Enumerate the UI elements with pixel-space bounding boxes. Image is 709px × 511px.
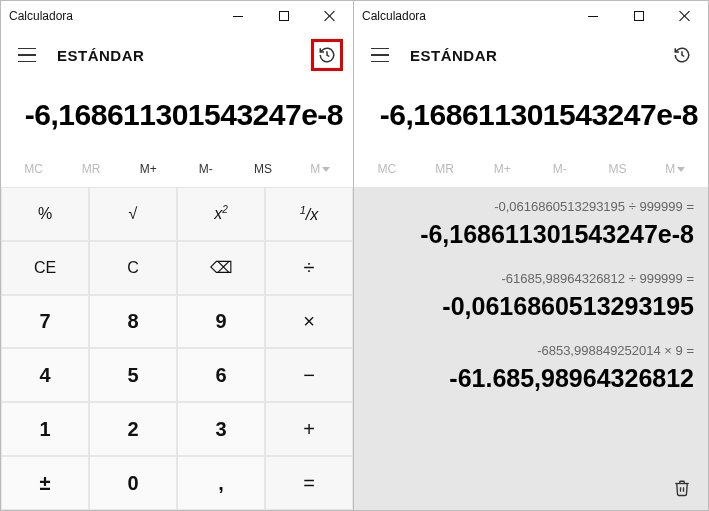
history-icon: [318, 46, 336, 64]
keypad: % √ x2 1/x CE C ⌫ ÷ 7 8 9 × 4 5 6 − 1 2 …: [1, 187, 353, 510]
history-button[interactable]: [666, 39, 698, 71]
memory-recall[interactable]: MR: [416, 162, 474, 176]
minimize-button[interactable]: [570, 1, 616, 31]
maximize-icon: [634, 11, 644, 21]
calculator-right: Calculadora ESTÁNDAR -6,168611301543247e…: [354, 0, 709, 511]
sqrt-key[interactable]: √: [90, 188, 176, 240]
key-9[interactable]: 9: [178, 296, 264, 348]
history-entry[interactable]: -6853,998849252014 × 9 = -61.685,9896432…: [368, 343, 694, 393]
maximize-button[interactable]: [616, 1, 662, 31]
window-controls: [570, 1, 708, 31]
close-button[interactable]: [307, 1, 353, 31]
key-7[interactable]: 7: [2, 296, 88, 348]
maximize-icon: [279, 11, 289, 21]
calculator-left: Calculadora ESTÁNDAR -6,168611301543247e…: [0, 0, 354, 511]
memory-store[interactable]: MS: [589, 162, 647, 176]
display-value: -6,168611301543247e-8: [25, 98, 343, 132]
memory-minus[interactable]: M-: [531, 162, 589, 176]
key-5[interactable]: 5: [90, 349, 176, 401]
reciprocal-label: 1/x: [300, 204, 319, 224]
key-2[interactable]: 2: [90, 403, 176, 455]
close-icon: [324, 10, 336, 22]
memory-clear[interactable]: MC: [358, 162, 416, 176]
close-icon: [679, 10, 691, 22]
minimize-icon: [588, 16, 598, 17]
memory-plus[interactable]: M+: [473, 162, 531, 176]
display: -6,168611301543247e-8: [354, 79, 708, 151]
window-title: Calculadora: [9, 9, 73, 23]
display-value: -6,168611301543247e-8: [380, 98, 698, 132]
multiply-key[interactable]: ×: [266, 296, 352, 348]
memory-row: MC MR M+ M- MS M: [354, 151, 708, 187]
window-controls: [215, 1, 353, 31]
window-title: Calculadora: [362, 9, 426, 23]
display: -6,168611301543247e-8: [1, 79, 353, 151]
square-key[interactable]: x2: [178, 188, 264, 240]
maximize-button[interactable]: [261, 1, 307, 31]
minimize-icon: [233, 16, 243, 17]
memory-store[interactable]: MS: [234, 162, 291, 176]
reciprocal-key[interactable]: 1/x: [266, 188, 352, 240]
key-0[interactable]: 0: [90, 457, 176, 509]
trash-icon: [673, 478, 691, 498]
key-3[interactable]: 3: [178, 403, 264, 455]
history-area: -0,0616860513293195 ÷ 999999 = -6,168611…: [354, 187, 708, 510]
key-8[interactable]: 8: [90, 296, 176, 348]
memory-plus[interactable]: M+: [120, 162, 177, 176]
ce-key[interactable]: CE: [2, 242, 88, 294]
history-icon: [673, 46, 691, 64]
memory-dropdown[interactable]: M: [292, 162, 349, 176]
close-button[interactable]: [662, 1, 708, 31]
backspace-key[interactable]: ⌫: [178, 242, 264, 294]
header: ESTÁNDAR: [1, 31, 353, 79]
decimal-key[interactable]: ,: [178, 457, 264, 509]
clear-history-button[interactable]: [670, 476, 694, 500]
history-expression: -6853,998849252014 × 9 =: [368, 343, 694, 358]
memory-clear[interactable]: MC: [5, 162, 62, 176]
memory-dropdown[interactable]: M: [646, 162, 704, 176]
subtract-key[interactable]: −: [266, 349, 352, 401]
equals-key[interactable]: =: [266, 457, 352, 509]
history-entry[interactable]: -0,0616860513293195 ÷ 999999 = -6,168611…: [368, 199, 694, 249]
memory-minus[interactable]: M-: [177, 162, 234, 176]
negate-key[interactable]: ±: [2, 457, 88, 509]
key-6[interactable]: 6: [178, 349, 264, 401]
header: ESTÁNDAR: [354, 31, 708, 79]
menu-button[interactable]: [364, 39, 396, 71]
menu-button[interactable]: [11, 39, 43, 71]
history-expression: -0,0616860513293195 ÷ 999999 =: [368, 199, 694, 214]
memory-recall[interactable]: MR: [62, 162, 119, 176]
mode-label: ESTÁNDAR: [410, 47, 497, 64]
key-1[interactable]: 1: [2, 403, 88, 455]
c-key[interactable]: C: [90, 242, 176, 294]
history-result: -0,0616860513293195: [368, 292, 694, 321]
memory-row: MC MR M+ M- MS M: [1, 151, 353, 187]
square-label: x2: [214, 204, 228, 223]
minimize-button[interactable]: [215, 1, 261, 31]
history-expression: -61685,98964326812 ÷ 999999 =: [368, 271, 694, 286]
history-button[interactable]: [311, 39, 343, 71]
titlebar: Calculadora: [1, 1, 353, 31]
percent-key[interactable]: %: [2, 188, 88, 240]
divide-key[interactable]: ÷: [266, 242, 352, 294]
history-result: -61.685,98964326812: [368, 364, 694, 393]
history-entry[interactable]: -61685,98964326812 ÷ 999999 = -0,0616860…: [368, 271, 694, 321]
add-key[interactable]: +: [266, 403, 352, 455]
titlebar: Calculadora: [354, 1, 708, 31]
mode-label: ESTÁNDAR: [57, 47, 144, 64]
key-4[interactable]: 4: [2, 349, 88, 401]
history-result: -6,168611301543247e-8: [368, 220, 694, 249]
